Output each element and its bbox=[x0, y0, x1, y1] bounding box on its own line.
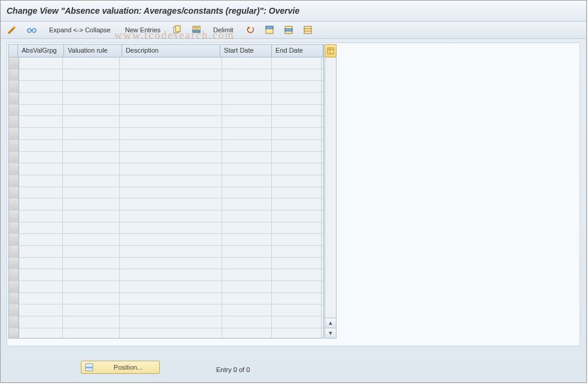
cell-valuation_rule[interactable] bbox=[63, 293, 120, 304]
cell-absvalgrpg[interactable] bbox=[19, 211, 63, 222]
cell-valuation_rule[interactable] bbox=[63, 152, 120, 163]
deselect-all-button[interactable] bbox=[300, 23, 316, 36]
grid-select-all-header[interactable] bbox=[9, 45, 18, 57]
cell-description[interactable] bbox=[120, 152, 222, 163]
cell-description[interactable] bbox=[120, 234, 222, 245]
cell-start_date[interactable] bbox=[222, 199, 272, 210]
row-selector[interactable] bbox=[9, 140, 19, 151]
cell-absvalgrpg[interactable] bbox=[19, 234, 63, 245]
row-selector[interactable] bbox=[9, 328, 19, 338]
cell-absvalgrpg[interactable] bbox=[19, 57, 63, 69]
cell-start_date[interactable] bbox=[222, 105, 272, 116]
cell-end_date[interactable] bbox=[272, 93, 322, 104]
row-selector[interactable] bbox=[9, 281, 19, 292]
select-block-button[interactable] bbox=[281, 23, 296, 36]
cell-absvalgrpg[interactable] bbox=[19, 304, 63, 316]
cell-valuation_rule[interactable] bbox=[63, 69, 120, 81]
column-header-start_date[interactable]: Start Date bbox=[220, 45, 272, 57]
cell-valuation_rule[interactable] bbox=[63, 246, 120, 257]
cell-start_date[interactable] bbox=[222, 187, 272, 199]
cell-end_date[interactable] bbox=[272, 316, 322, 328]
cell-start_date[interactable] bbox=[222, 269, 272, 281]
cell-absvalgrpg[interactable] bbox=[19, 223, 63, 234]
cell-start_date[interactable] bbox=[222, 81, 272, 92]
row-selector[interactable] bbox=[9, 246, 19, 257]
details-button[interactable] bbox=[23, 23, 40, 36]
row-selector[interactable] bbox=[9, 116, 19, 127]
cell-start_date[interactable] bbox=[222, 175, 272, 187]
cell-description[interactable] bbox=[120, 199, 222, 210]
cell-start_date[interactable] bbox=[222, 281, 272, 292]
cell-description[interactable] bbox=[120, 81, 222, 92]
cell-absvalgrpg[interactable] bbox=[19, 199, 63, 210]
cell-absvalgrpg[interactable] bbox=[19, 258, 63, 269]
cell-end_date[interactable] bbox=[272, 81, 322, 92]
cell-valuation_rule[interactable] bbox=[63, 175, 120, 187]
cell-end_date[interactable] bbox=[272, 140, 322, 151]
cell-absvalgrpg[interactable] bbox=[19, 69, 63, 81]
cell-absvalgrpg[interactable] bbox=[19, 281, 63, 292]
cell-end_date[interactable] bbox=[272, 116, 322, 127]
cell-absvalgrpg[interactable] bbox=[19, 187, 63, 199]
cell-end_date[interactable] bbox=[272, 234, 322, 245]
position-button[interactable]: Position... bbox=[81, 361, 160, 374]
cell-end_date[interactable] bbox=[272, 105, 322, 116]
scroll-track[interactable] bbox=[325, 55, 336, 318]
cell-end_date[interactable] bbox=[272, 128, 322, 139]
cell-start_date[interactable] bbox=[222, 246, 272, 257]
cell-end_date[interactable] bbox=[272, 187, 322, 199]
column-header-valuation_rule[interactable]: Valuation rule bbox=[64, 45, 122, 57]
delimit-button[interactable]: Delimit bbox=[208, 23, 239, 36]
cell-start_date[interactable] bbox=[222, 316, 272, 328]
cell-absvalgrpg[interactable] bbox=[19, 81, 63, 92]
cell-valuation_rule[interactable] bbox=[63, 211, 120, 222]
cell-start_date[interactable] bbox=[222, 258, 272, 269]
row-selector[interactable] bbox=[9, 304, 19, 316]
cell-absvalgrpg[interactable] bbox=[19, 175, 63, 187]
row-selector[interactable] bbox=[9, 269, 19, 281]
cell-description[interactable] bbox=[120, 304, 222, 316]
cell-valuation_rule[interactable] bbox=[63, 281, 120, 292]
cell-start_date[interactable] bbox=[222, 152, 272, 163]
cell-end_date[interactable] bbox=[272, 223, 322, 234]
cell-valuation_rule[interactable] bbox=[63, 187, 120, 199]
row-selector[interactable] bbox=[9, 152, 19, 163]
cell-absvalgrpg[interactable] bbox=[19, 128, 63, 139]
cell-valuation_rule[interactable] bbox=[63, 57, 120, 69]
cell-description[interactable] bbox=[120, 128, 222, 139]
cell-absvalgrpg[interactable] bbox=[19, 116, 63, 127]
cell-absvalgrpg[interactable] bbox=[19, 328, 63, 338]
cell-absvalgrpg[interactable] bbox=[19, 140, 63, 151]
cell-end_date[interactable] bbox=[272, 69, 322, 81]
row-selector[interactable] bbox=[9, 128, 19, 139]
cell-end_date[interactable] bbox=[272, 57, 322, 69]
row-selector[interactable] bbox=[9, 234, 19, 245]
cell-absvalgrpg[interactable] bbox=[19, 316, 63, 328]
cell-absvalgrpg[interactable] bbox=[19, 93, 63, 104]
row-selector[interactable] bbox=[9, 93, 19, 104]
cell-valuation_rule[interactable] bbox=[63, 304, 120, 316]
row-selector[interactable] bbox=[9, 57, 19, 69]
row-selector[interactable] bbox=[9, 293, 19, 304]
cell-valuation_rule[interactable] bbox=[63, 105, 120, 116]
cell-description[interactable] bbox=[120, 316, 222, 328]
cell-valuation_rule[interactable] bbox=[63, 81, 120, 92]
cell-description[interactable] bbox=[120, 269, 222, 281]
cell-valuation_rule[interactable] bbox=[63, 93, 120, 104]
cell-absvalgrpg[interactable] bbox=[19, 246, 63, 257]
cell-end_date[interactable] bbox=[272, 293, 322, 304]
cell-description[interactable] bbox=[120, 175, 222, 187]
cell-absvalgrpg[interactable] bbox=[19, 105, 63, 116]
cell-start_date[interactable] bbox=[222, 93, 272, 104]
cell-description[interactable] bbox=[120, 211, 222, 222]
row-selector[interactable] bbox=[9, 163, 19, 175]
cell-description[interactable] bbox=[120, 69, 222, 81]
cell-description[interactable] bbox=[120, 281, 222, 292]
cell-start_date[interactable] bbox=[222, 116, 272, 127]
cell-end_date[interactable] bbox=[272, 246, 322, 257]
cell-start_date[interactable] bbox=[222, 211, 272, 222]
row-selector[interactable] bbox=[9, 223, 19, 234]
row-selector[interactable] bbox=[9, 187, 19, 199]
cell-start_date[interactable] bbox=[222, 140, 272, 151]
cell-start_date[interactable] bbox=[222, 234, 272, 245]
